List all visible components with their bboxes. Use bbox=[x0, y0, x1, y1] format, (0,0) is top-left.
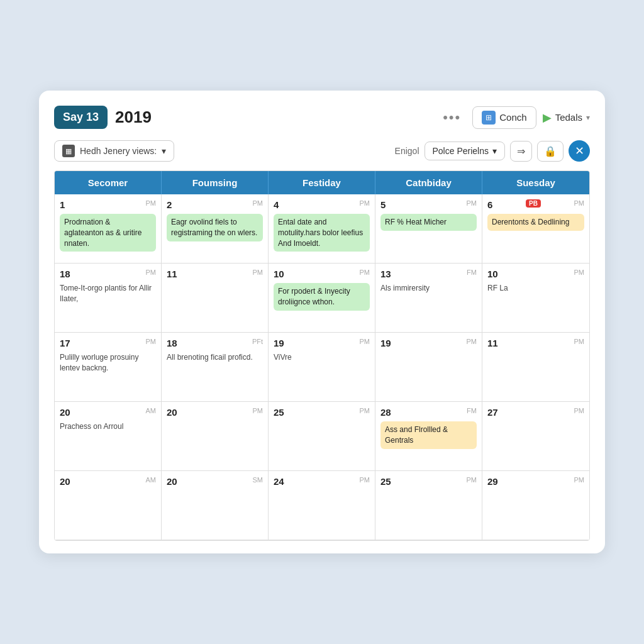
conch-icon: ⊞ bbox=[482, 111, 496, 125]
event-r2-c0-0: Pulilly worluge prosuiny lentev backng. bbox=[60, 352, 156, 374]
cal-cell-r3-c0[interactable]: 20AMPrachess on Arroul bbox=[55, 402, 162, 471]
cal-day: 11 bbox=[167, 269, 177, 279]
cal-time: PM bbox=[253, 269, 264, 276]
cal-cell-r0-c1[interactable]: 2PMEagr ovolind fiels to registraming th… bbox=[162, 194, 269, 264]
cal-time: PM bbox=[360, 338, 370, 345]
cal-cell-r3-c2[interactable]: 25PM bbox=[269, 402, 375, 471]
cal-cell-header-r2-c4: 11PM bbox=[487, 338, 584, 348]
cal-cell-r0-c2[interactable]: 4PMEntal date and motulity.hars bolor le… bbox=[269, 194, 375, 264]
cal-day: 11 bbox=[487, 338, 498, 348]
more-options-button[interactable]: ••• bbox=[438, 107, 466, 128]
col-header-3: Catnbiday bbox=[375, 171, 482, 194]
cal-day: 18 bbox=[60, 269, 70, 279]
cal-day: 25 bbox=[380, 476, 391, 487]
conch-button[interactable]: ⊞ Conch bbox=[472, 106, 536, 129]
cal-time: PM bbox=[360, 476, 370, 484]
cal-cell-r2-c0[interactable]: 17PMPulilly worluge prosuiny lentev back… bbox=[55, 333, 162, 402]
cal-time: PM bbox=[146, 199, 157, 207]
event-r0-c2-0: Ental date and motulity.hars bolor leefi… bbox=[274, 214, 370, 252]
header-actions: ••• ⊞ Conch ▶ Tedals ▾ bbox=[438, 106, 590, 129]
cal-cell-r4-c4[interactable]: 29PM bbox=[482, 471, 589, 540]
cal-cell-header-r0-c0: 1PM bbox=[60, 199, 156, 210]
cal-cell-r3-c3[interactable]: 28FMAss and Flrollled & Gentrals bbox=[375, 402, 482, 471]
cal-time: PM bbox=[253, 407, 264, 414]
cal-cell-r0-c4[interactable]: 6PBPMDerentonts & Dedlining bbox=[482, 194, 589, 264]
event-r0-c0-0: Prodrnation & aglateanton as & uritire n… bbox=[60, 214, 156, 252]
cal-cell-r1-c2[interactable]: 10PMFor rpodert & Inyecity droliignce wt… bbox=[269, 264, 375, 333]
tedals-label: Tedals bbox=[555, 112, 582, 123]
header: Say 13 2019 ••• ⊞ Conch ▶ Tedals ▾ bbox=[54, 106, 590, 129]
enigol-label: Enigol bbox=[395, 146, 419, 156]
event-r1-c0-0: Tome-It-orgo plantis for Allir Ilater, bbox=[60, 283, 156, 304]
cal-cell-r3-c4[interactable]: 27PM bbox=[482, 402, 589, 471]
cal-day: 19 bbox=[274, 338, 284, 348]
cal-cell-r0-c0[interactable]: 1PMProdrnation & aglateanton as & uritir… bbox=[55, 194, 162, 264]
cal-time: PM bbox=[360, 407, 370, 414]
person-select[interactable]: Polce Perielns ▾ bbox=[425, 142, 506, 160]
cal-cell-header-r0-c3: 5PM bbox=[380, 199, 477, 210]
toolbar-right: Enigol Polce Perielns ▾ ⇒ 🔒 ✕ bbox=[395, 140, 590, 162]
view-select[interactable]: ▦ Hedh Jenery views: ▾ bbox=[54, 140, 174, 162]
cal-cell-r2-c2[interactable]: 19PMViVre bbox=[269, 333, 375, 402]
cal-cell-header-r1-c2: 10PM bbox=[274, 269, 370, 279]
cal-cell-r0-c3[interactable]: 5PMRF % Heat Micher bbox=[375, 194, 482, 264]
cal-cell-header-r3-c1: 20PM bbox=[167, 407, 263, 418]
cal-time: PM bbox=[360, 269, 370, 276]
cal-cell-r4-c3[interactable]: 25PM bbox=[375, 471, 482, 540]
cal-day: 18 bbox=[167, 338, 177, 348]
event-r1-c3-0: Als immirersity bbox=[380, 283, 477, 294]
cal-cell-r1-c0[interactable]: 18PMTome-It-orgo plantis for Allir Ilate… bbox=[55, 264, 162, 333]
event-r0-c1-0: Eagr ovolind fiels to registraming the o… bbox=[167, 214, 263, 242]
cal-cell-header-r2-c3: 19PM bbox=[380, 338, 477, 348]
person-chevron-icon: ▾ bbox=[492, 146, 497, 156]
person-label: Polce Perielns bbox=[433, 146, 489, 156]
cal-cell-r1-c1[interactable]: 11PM bbox=[162, 264, 269, 333]
month-badge: Say 13 bbox=[54, 106, 108, 129]
cal-day: 20 bbox=[60, 407, 70, 418]
cal-time: PFt bbox=[252, 338, 263, 345]
toolbar: ▦ Hedh Jenery views: ▾ Enigol Polce Peri… bbox=[54, 140, 590, 162]
close-button[interactable]: ✕ bbox=[569, 140, 590, 162]
event-r2-c2-0: ViVre bbox=[274, 352, 370, 363]
lock-button[interactable]: 🔒 bbox=[537, 141, 564, 162]
cal-day: 5 bbox=[380, 199, 386, 210]
cal-day: 17 bbox=[60, 338, 70, 348]
cal-cell-header-r4-c3: 25PM bbox=[380, 476, 477, 487]
cal-cell-r3-c1[interactable]: 20PM bbox=[162, 402, 269, 471]
cal-day: 25 bbox=[274, 407, 284, 418]
cal-day: 10 bbox=[487, 269, 498, 279]
view-label: Hedh Jenery views: bbox=[80, 146, 157, 156]
col-header-0: Secomer bbox=[55, 171, 162, 194]
arrow-button[interactable]: ⇒ bbox=[510, 141, 532, 162]
cal-time: FM bbox=[467, 269, 477, 276]
cal-time: PM bbox=[574, 338, 585, 345]
cal-cell-r2-c1[interactable]: 18PFtAll brenoting ficail proficd. bbox=[162, 333, 269, 402]
cal-cell-header-r3-c3: 28FM bbox=[380, 407, 477, 418]
cal-cell-r2-c3[interactable]: 19PM bbox=[375, 333, 482, 402]
cal-time: PM bbox=[146, 338, 157, 345]
cal-time: SM bbox=[253, 476, 264, 484]
event-r1-c2-0: For rpodert & Inyecity droliignce wthon. bbox=[274, 283, 370, 311]
cal-day: 4 bbox=[274, 199, 279, 210]
cal-cell-r1-c4[interactable]: 10PMRF La bbox=[482, 264, 589, 333]
cal-day: 1 bbox=[60, 199, 65, 210]
calendar-header-row: Secomer Foumsing Festiday Catnbiday Sues… bbox=[55, 171, 589, 194]
cal-day: 20 bbox=[167, 407, 177, 418]
cal-cell-r4-c1[interactable]: 20SM bbox=[162, 471, 269, 540]
cal-cell-r1-c3[interactable]: 13FMAls immirersity bbox=[375, 264, 482, 333]
cal-time: AM bbox=[146, 407, 157, 414]
tedals-button[interactable]: ▶ Tedals ▾ bbox=[543, 111, 590, 125]
cal-cell-header-r0-c1: 2PM bbox=[167, 199, 263, 210]
cal-time: PM bbox=[360, 199, 370, 207]
cal-cell-r4-c2[interactable]: 24PM bbox=[269, 471, 375, 540]
cal-time: PM bbox=[574, 407, 585, 414]
cal-time: PM bbox=[467, 338, 477, 345]
view-chevron-icon: ▾ bbox=[162, 146, 166, 156]
cal-day: 28 bbox=[380, 407, 391, 418]
cal-cell-header-r3-c4: 27PM bbox=[487, 407, 584, 418]
cal-cell-r4-c0[interactable]: 20AM bbox=[55, 471, 162, 540]
cal-cell-r2-c4[interactable]: 11PM bbox=[482, 333, 589, 402]
cal-day: 24 bbox=[274, 476, 284, 487]
event-r3-c3-0: Ass and Flrollled & Gentrals bbox=[380, 421, 477, 449]
cal-cell-header-r1-c3: 13FM bbox=[380, 269, 477, 279]
